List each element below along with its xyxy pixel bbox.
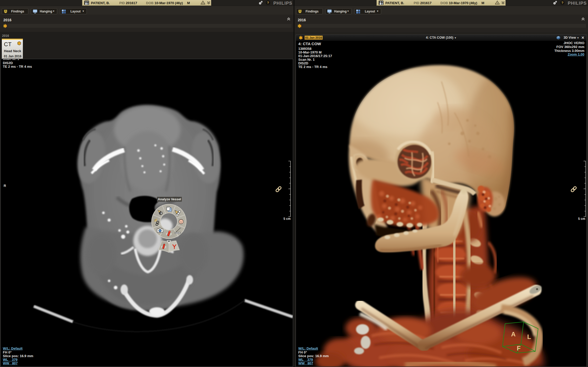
svg-text:!: ! bbox=[203, 2, 203, 4]
svg-text:!: ! bbox=[497, 2, 498, 4]
svg-text:L: L bbox=[527, 333, 531, 340]
svg-text:F: F bbox=[517, 345, 521, 352]
svg-text:A: A bbox=[511, 331, 516, 338]
